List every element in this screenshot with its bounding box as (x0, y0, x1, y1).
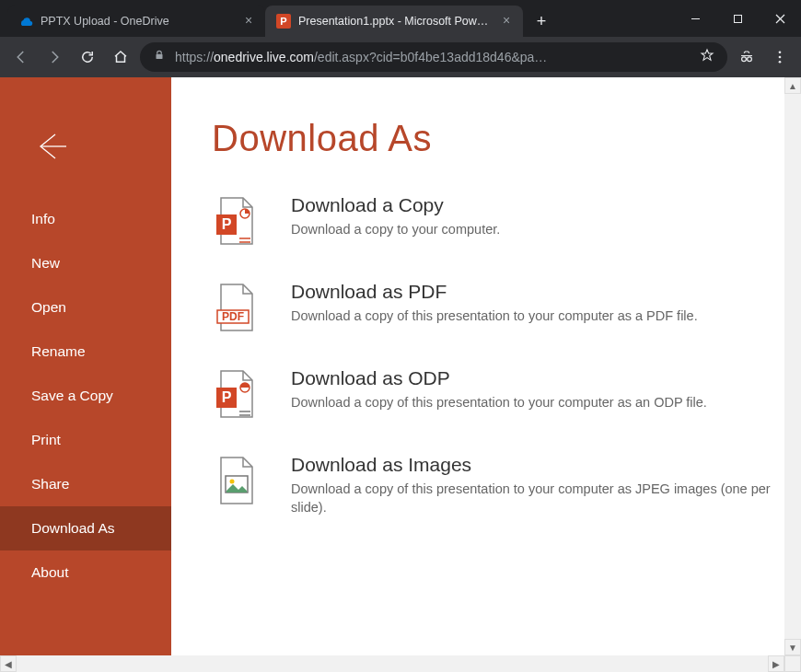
incognito-icon[interactable] (733, 43, 760, 71)
onedrive-icon (18, 14, 33, 29)
option-desc: Download a copy to your computer. (291, 220, 500, 238)
star-icon[interactable] (700, 48, 714, 66)
browser-toolbar: https://onedrive.live.com/edit.aspx?cid=… (0, 37, 801, 77)
odp-file-icon: P (212, 367, 260, 423)
scroll-left-icon[interactable]: ◀ (0, 655, 17, 672)
svg-text:PDF: PDF (222, 310, 244, 323)
lock-icon (153, 49, 166, 65)
horizontal-scrollbar[interactable]: ◀ ▶ (0, 655, 784, 672)
sidebar-item-label: About (31, 564, 69, 581)
sidebar-item-save-a-copy[interactable]: Save a Copy (0, 374, 171, 418)
svg-text:P: P (222, 216, 232, 232)
option-title: Download as ODP (291, 367, 707, 389)
option-download-pdf[interactable]: PDF Download as PDF Download a copy of t… (212, 281, 775, 336)
scroll-track[interactable] (784, 94, 801, 639)
option-download-images[interactable]: Download as Images Download a copy of th… (212, 454, 775, 517)
sidebar-item-about[interactable]: About (0, 550, 171, 595)
svg-text:P: P (280, 16, 286, 27)
svg-rect-6 (157, 54, 163, 59)
sidebar-item-label: Open (31, 299, 66, 316)
sidebar-item-label: Info (31, 211, 55, 227)
option-title: Download a Copy (291, 194, 500, 216)
sidebar-menu: Info New Open Rename Save a Copy Print S… (0, 197, 171, 595)
page-title: Download As (212, 118, 775, 159)
close-icon[interactable]: × (499, 14, 514, 29)
tab-strip: PPTX Upload - OneDrive × P Presentation1… (0, 0, 674, 37)
sidebar-item-label: Save a Copy (31, 388, 113, 404)
svg-point-10 (779, 56, 782, 59)
sidebar-item-rename[interactable]: Rename (0, 330, 171, 374)
scroll-right-icon[interactable]: ▶ (768, 655, 784, 672)
svg-rect-3 (734, 15, 741, 22)
sidebar-item-new[interactable]: New (0, 241, 171, 285)
tab-title: Presentation1.pptx - Microsoft PowerPoin… (298, 15, 492, 28)
page-viewport: Info New Open Rename Save a Copy Print S… (0, 77, 801, 672)
browser-tab-powerpoint[interactable]: P Presentation1.pptx - Microsoft PowerPo… (265, 6, 523, 37)
sidebar-item-label: New (31, 255, 60, 272)
url-text: https://onedrive.live.com/edit.aspx?cid=… (175, 50, 691, 64)
reload-button[interactable] (74, 43, 101, 71)
powerpoint-icon: P (276, 14, 291, 29)
svg-text:P: P (222, 389, 232, 405)
option-desc: Download a copy of this presentation to … (291, 307, 698, 325)
sidebar-item-open[interactable]: Open (0, 285, 171, 330)
sidebar-item-label: Share (31, 476, 69, 492)
svg-point-26 (230, 480, 235, 484)
vertical-scrollbar[interactable]: ▲ ▼ (784, 77, 801, 655)
backstage-main: Download As P Download a Copy Download a… (171, 77, 784, 655)
new-tab-button[interactable]: + (528, 8, 554, 34)
tab-title: PPTX Upload - OneDrive (41, 15, 234, 28)
window-titlebar: PPTX Upload - OneDrive × P Presentation1… (0, 0, 801, 37)
option-title: Download as Images (291, 454, 775, 476)
nav-forward-button[interactable] (41, 43, 68, 71)
sidebar-item-label: Print (31, 432, 61, 448)
option-download-odp[interactable]: P Download as ODP Download a copy of thi… (212, 367, 775, 423)
pdf-file-icon: PDF (212, 281, 260, 336)
powerpoint-file-icon: P (212, 194, 260, 249)
svg-point-9 (779, 51, 782, 53)
scrollbar-corner (784, 655, 801, 672)
url-host: onedrive.live.com (214, 50, 314, 64)
minimize-button[interactable] (674, 0, 716, 37)
close-icon[interactable]: × (241, 14, 256, 29)
sidebar-item-info[interactable]: Info (0, 197, 171, 241)
option-desc: Download a copy of this presentation to … (291, 393, 707, 411)
svg-point-7 (742, 57, 747, 62)
nav-back-button[interactable] (7, 43, 35, 71)
image-file-icon (212, 454, 260, 509)
svg-point-8 (748, 57, 752, 62)
kebab-menu-button[interactable] (766, 43, 794, 71)
scroll-track[interactable] (17, 655, 768, 672)
svg-point-11 (779, 61, 782, 64)
option-download-copy[interactable]: P Download a Copy Download a copy to you… (212, 194, 775, 249)
url-scheme: https:// (175, 50, 214, 64)
option-title: Download as PDF (291, 281, 698, 303)
back-arrow-button[interactable] (31, 123, 77, 169)
address-bar[interactable]: https://onedrive.live.com/edit.aspx?cid=… (140, 42, 727, 72)
sidebar-item-share[interactable]: Share (0, 462, 171, 506)
home-button[interactable] (107, 43, 134, 71)
sidebar-item-download-as[interactable]: Download As (0, 506, 171, 550)
url-path: /edit.aspx?cid=b0f4be13add18d46&pa… (314, 50, 547, 64)
option-desc: Download a copy of this presentation to … (291, 480, 775, 517)
browser-tab-onedrive[interactable]: PPTX Upload - OneDrive × (7, 6, 265, 37)
sidebar-item-print[interactable]: Print (0, 418, 171, 462)
sidebar-item-label: Download As (31, 520, 114, 537)
maximize-button[interactable] (716, 0, 759, 37)
window-controls (674, 0, 801, 37)
backstage-sidebar: Info New Open Rename Save a Copy Print S… (0, 77, 171, 655)
close-button[interactable] (759, 0, 801, 37)
sidebar-item-label: Rename (31, 343, 86, 360)
scroll-down-icon[interactable]: ▼ (784, 639, 801, 655)
scroll-up-icon[interactable]: ▲ (784, 77, 801, 94)
